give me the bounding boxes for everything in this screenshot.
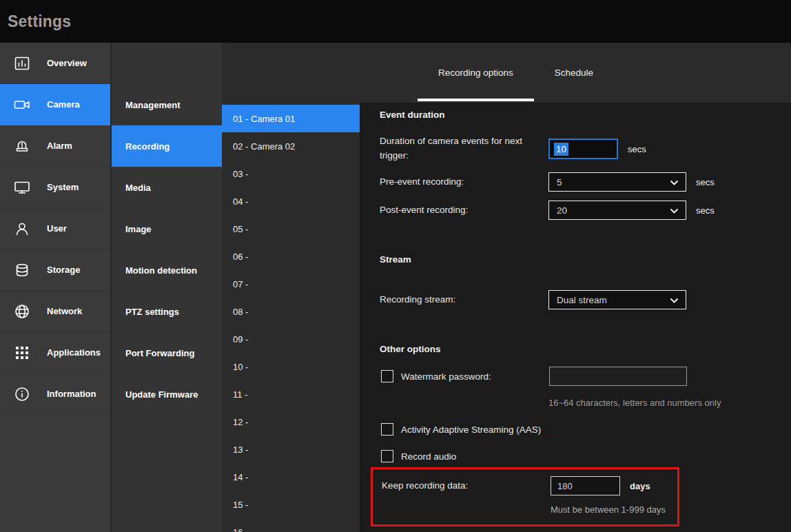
sidebar-item-alarm[interactable]: Alarm [0,125,110,167]
watermark-label: Watermark password: [401,371,549,382]
user-icon [13,220,31,238]
submenu-item-8[interactable]: Update Firmware [112,374,222,415]
keep-recording-hint: Must be between 1-999 days [382,504,677,515]
camera-submenu: ManagementRecordingMediaImageMotion dete… [112,43,222,532]
camera-list-item-6[interactable]: 06 - [222,243,360,270]
camera-list-item-5[interactable]: 05 - [222,215,360,243]
submenu-item-3[interactable]: Media [112,167,222,208]
camera-list-item-15[interactable]: 15 - [222,491,360,518]
duration-input-value: 10 [554,143,568,156]
pre-event-row: Pre-event recording: 5 secs [360,172,791,192]
tab-schedule[interactable]: Schedule [534,43,614,103]
titlebar: Settings [0,0,791,43]
sidebar-item-label: Storage [47,265,80,275]
network-icon [13,303,31,320]
overview-icon [13,54,31,72]
camera-list-item-10[interactable]: 10 - [222,353,360,380]
watermark-password-input[interactable] [549,367,687,386]
sidebar-item-applications[interactable]: Applications [0,332,110,374]
submenu-item-5[interactable]: Motion detection [112,249,222,291]
post-event-unit: secs [696,205,715,216]
keep-recording-row: Keep recording data: 180 days [382,476,677,495]
sidebar-item-label: Information [47,389,96,399]
pre-event-select-value: 5 [557,177,562,187]
settings-window: Settings Overview Camera Alarm [0,0,791,532]
camera-list-item-14[interactable]: 14 - [222,463,360,491]
storage-icon [13,261,31,279]
duration-unit: secs [628,144,646,154]
alarm-icon [13,137,31,155]
camera-list-item-11[interactable]: 11 - [222,380,360,408]
recording-settings-panel: Recording options Schedule Event duratio… [360,43,791,532]
camera-list-item-13[interactable]: 13 - [222,436,360,463]
camera-list-item-3[interactable]: 03 - [222,160,360,187]
sidebar-item-network[interactable]: Network [0,291,110,332]
record-audio-label: Record audio [401,451,456,462]
sidebar-item-user[interactable]: User [0,208,110,249]
aas-checkbox[interactable] [381,423,393,436]
camera-list-item-4[interactable]: 04 - [222,187,360,215]
sidebar-item-label: Network [47,306,82,316]
submenu-item-1[interactable]: Management [112,84,222,125]
recording-stream-select-value: Dual stream [557,295,607,305]
pre-event-select[interactable]: 5 [548,172,686,192]
tab-label: Schedule [555,68,593,78]
camera-icon [13,96,31,114]
camera-list-item-9[interactable]: 09 - [222,325,360,353]
tabbar: Recording options Schedule [360,43,791,103]
sidebar-item-information[interactable]: Information [0,374,110,415]
duration-input[interactable]: 10 [548,139,618,159]
active-tab-underline [418,99,534,101]
watermark-hint: 16~64 characters, letters and numbers on… [360,398,791,408]
tab-recording-options[interactable]: Recording options [418,43,534,103]
sidebar-item-label: User [47,223,67,234]
duration-row: Duration of camera events for next trigg… [360,134,791,164]
sidebar-item-label: Camera [47,99,80,110]
submenu-item-4[interactable]: Image [112,208,222,249]
recording-stream-row: Recording stream: Dual stream [360,290,791,309]
watermark-row: Watermark password: [360,367,791,386]
record-audio-row: Record audio [360,450,791,462]
camera-list-item-16[interactable]: 16 - [222,518,360,532]
section-title-other-options: Other options [360,344,791,354]
pre-event-unit: secs [696,177,715,187]
keep-recording-input[interactable]: 180 [551,476,620,495]
submenu-item-2[interactable]: Recording [112,125,222,167]
sidebar-item-camera[interactable]: Camera [0,84,110,125]
annotation-highlight-box: Keep recording data: 180 days Must be be… [371,467,679,526]
sidebar-item-label: System [47,182,79,192]
record-audio-checkbox[interactable] [381,450,393,462]
page-title: Settings [8,12,71,31]
aas-row: Activity Adaptive Streaming (AAS) [360,423,791,436]
sidebar-item-system[interactable]: System [0,167,110,208]
post-event-row: Post-event recording: 20 secs [360,201,791,220]
keep-recording-input-value: 180 [557,481,573,491]
section-title-event-duration: Event duration [360,110,791,120]
pre-event-label: Pre-event recording: [380,175,548,190]
submenu-item-7[interactable]: Port Forwarding [112,332,222,374]
sidebar-item-label: Overview [47,58,87,68]
system-icon [13,178,31,196]
camera-list-item-12[interactable]: 12 - [222,408,360,436]
chevron-down-icon [670,205,678,216]
main-sidebar: Overview Camera Alarm System [0,43,112,532]
recording-stream-select[interactable]: Dual stream [548,290,686,309]
camera-list-item-1[interactable]: 01 - Camera 01 [222,105,360,132]
aas-label: Activity Adaptive Streaming (AAS) [401,424,541,435]
chevron-down-icon [670,295,678,305]
camera-list-item-8[interactable]: 08 - [222,298,360,325]
tab-label: Recording options [438,68,513,78]
post-event-select-value: 20 [557,205,567,216]
duration-label: Duration of camera events for next trigg… [380,134,548,163]
post-event-select[interactable]: 20 [548,201,686,220]
sidebar-item-storage[interactable]: Storage [0,249,110,291]
chevron-down-icon [670,177,678,187]
submenu-item-6[interactable]: PTZ settings [112,291,222,332]
camera-list-item-2[interactable]: 02 - Camera 02 [222,132,360,160]
recording-options-form: Event duration Duration of camera events… [360,103,791,532]
sidebar-item-overview[interactable]: Overview [0,43,110,84]
watermark-checkbox[interactable] [381,370,393,382]
camera-list: 01 - Camera 0102 - Camera 0203 -04 -05 -… [222,43,360,532]
section-title-stream: Stream [360,254,791,265]
camera-list-item-7[interactable]: 07 - [222,270,360,298]
